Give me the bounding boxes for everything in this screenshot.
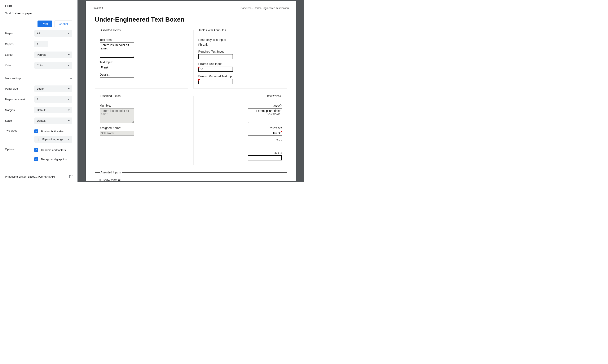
required-label: Required Text Input: bbox=[198, 50, 282, 53]
assorted-legend: Assorted Fields bbox=[100, 28, 121, 32]
pages-value: All bbox=[37, 32, 40, 35]
setting-layout: Layout Portrait bbox=[0, 50, 77, 60]
pps-label: Pages per sheet bbox=[5, 98, 34, 101]
rtl-textarea-label: לקשט: bbox=[198, 104, 282, 107]
total-prefix: Total: bbox=[5, 12, 12, 15]
print-total: Total: 1 sheet of paper bbox=[5, 12, 72, 15]
system-dialog-link[interactable]: Print using system dialog... (Ctrl+Shift… bbox=[0, 171, 77, 182]
external-link-icon bbox=[69, 175, 72, 178]
rtl-bri-input[interactable] bbox=[248, 143, 282, 148]
textarea-input[interactable] bbox=[100, 42, 134, 58]
setting-pages: Pages All bbox=[0, 30, 77, 39]
text-input[interactable] bbox=[100, 65, 134, 70]
rtl-legend: שדות שונים bbox=[266, 94, 282, 98]
setting-paper-size: Paper size Letter bbox=[0, 83, 77, 94]
cancel-button[interactable]: Cancel bbox=[54, 21, 72, 27]
setting-pages-per-sheet: Pages per sheet 1 bbox=[0, 94, 77, 105]
background-graphics-row: Background graphics bbox=[34, 156, 72, 162]
textarea-label: Text area: bbox=[100, 38, 183, 41]
rtl-required-label: נדרש: bbox=[198, 151, 282, 154]
errored-input[interactable] bbox=[198, 67, 233, 72]
margins-select[interactable]: Default bbox=[34, 107, 72, 113]
rtl-bri-label: ברי? bbox=[198, 139, 282, 142]
show-them-all-summary[interactable]: Show them all bbox=[100, 177, 282, 181]
print-button[interactable]: Print bbox=[38, 21, 52, 27]
duplex-select[interactable]: Flip on long edge bbox=[34, 136, 72, 143]
duplex-value: Flip on long edge bbox=[42, 138, 66, 141]
disabled-legend: Disabled Fields bbox=[100, 94, 121, 98]
setting-copies: Copies 1 bbox=[0, 39, 77, 50]
rtl-textarea[interactable] bbox=[248, 108, 282, 123]
rtl-name-label: שם פרטי: bbox=[198, 126, 282, 130]
caret-down-icon bbox=[68, 88, 70, 89]
sidebar-header: Print Total: 1 sheet of paper bbox=[0, 0, 77, 18]
sidebar-actions: Print Cancel bbox=[0, 18, 77, 30]
fieldset-assorted: Assorted Fields Text area: Text Input: D… bbox=[95, 28, 188, 89]
fieldset-disabled: Disabled Fields Mumble: Assigned Name: bbox=[95, 94, 188, 165]
fieldset-attributes: Fields with Attributes Read-only Text In… bbox=[194, 28, 287, 89]
pps-value: 1 bbox=[37, 98, 38, 101]
inputs-legend: Assorted Inputs bbox=[100, 171, 122, 174]
two-sided-label: Two-sided bbox=[5, 128, 34, 132]
print-sidebar: Print Total: 1 sheet of paper Print Canc… bbox=[0, 0, 78, 182]
divider bbox=[0, 72, 77, 72]
copies-label: Copies bbox=[5, 42, 34, 46]
total-value: 1 sheet of paper bbox=[12, 12, 32, 15]
errored-required-input[interactable] bbox=[198, 79, 233, 84]
setting-two-sided: Two-sided Print on both sides Flip on lo… bbox=[0, 126, 77, 145]
copies-input[interactable]: 1 bbox=[34, 41, 48, 47]
fieldset-inputs: Assorted Inputs Show them all bbox=[95, 171, 287, 181]
background-graphics-checkbox[interactable] bbox=[34, 157, 38, 161]
two-sided-checkbox[interactable] bbox=[34, 130, 38, 133]
color-label: Color bbox=[5, 64, 34, 67]
setting-options: Options Headers and footers Background g… bbox=[0, 145, 77, 164]
pages-select[interactable]: All bbox=[34, 30, 72, 37]
rtl-required-input[interactable] bbox=[248, 156, 282, 160]
color-select[interactable]: Color bbox=[34, 62, 72, 69]
setting-color: Color Color bbox=[0, 60, 77, 71]
print-title: Print bbox=[5, 4, 72, 8]
page-heading: Under-Engineered Text Boxen bbox=[95, 16, 289, 23]
scale-select[interactable]: Default bbox=[34, 117, 72, 124]
scale-label: Scale bbox=[5, 119, 34, 122]
layout-select[interactable]: Portrait bbox=[34, 52, 72, 58]
chevron-up-icon bbox=[70, 78, 72, 79]
pages-label: Pages bbox=[5, 32, 34, 35]
page-date: 9/2/2019 bbox=[93, 7, 103, 10]
datalist-label: Datalist: bbox=[100, 73, 183, 76]
print-preview: 9/2/2019 CodePen - Under-Engineered Text… bbox=[78, 0, 304, 182]
attrib-legend: Fields with Attributes bbox=[198, 28, 227, 32]
caret-down-icon bbox=[68, 54, 70, 55]
datalist-input[interactable] bbox=[100, 77, 134, 82]
caret-down-icon bbox=[68, 65, 70, 66]
paper-size-label: Paper size bbox=[5, 87, 34, 90]
preview-scroll[interactable]: 9/2/2019 CodePen - Under-Engineered Text… bbox=[79, 1, 303, 181]
pps-select[interactable]: 1 bbox=[34, 96, 72, 103]
fieldset-grid: Assorted Fields Text area: Text Input: D… bbox=[93, 28, 289, 181]
margins-value: Default bbox=[37, 108, 45, 112]
caret-down-icon bbox=[68, 139, 70, 140]
caret-down-icon bbox=[68, 33, 70, 34]
paper-size-select[interactable]: Letter bbox=[34, 85, 72, 92]
setting-margins: Margins Default bbox=[0, 105, 77, 115]
assigned-name-label: Assigned Name: bbox=[100, 126, 183, 130]
flip-long-edge-icon bbox=[37, 138, 40, 141]
rtl-name-input[interactable] bbox=[248, 131, 282, 136]
readonly-label: Read-only Text Input: bbox=[198, 38, 282, 41]
page-header: 9/2/2019 CodePen - Under-Engineered Text… bbox=[93, 7, 289, 10]
fieldset-rtl: שדות שונים לקשט: שם פרטי: ברי? נדרש: bbox=[194, 94, 287, 165]
scale-value: Default bbox=[37, 119, 45, 122]
more-settings-toggle[interactable]: More settings bbox=[0, 74, 77, 83]
textinput-label: Text Input: bbox=[100, 61, 183, 64]
system-dialog-text: Print using system dialog... (Ctrl+Shift… bbox=[5, 175, 55, 178]
two-sided-check-label: Print on both sides bbox=[41, 130, 64, 133]
two-sided-checkbox-row: Print on both sides bbox=[34, 128, 72, 134]
settings-scroll[interactable]: Pages All Copies 1 Layout bbox=[0, 30, 77, 171]
headers-footers-checkbox[interactable] bbox=[34, 148, 38, 152]
show-them-all-details: Show them all bbox=[100, 177, 282, 181]
preview-page: 9/2/2019 CodePen - Under-Engineered Text… bbox=[86, 1, 296, 181]
assigned-name-input bbox=[100, 131, 134, 136]
required-input[interactable] bbox=[198, 54, 233, 59]
color-value: Color bbox=[37, 64, 43, 67]
layout-label: Layout bbox=[5, 53, 34, 56]
